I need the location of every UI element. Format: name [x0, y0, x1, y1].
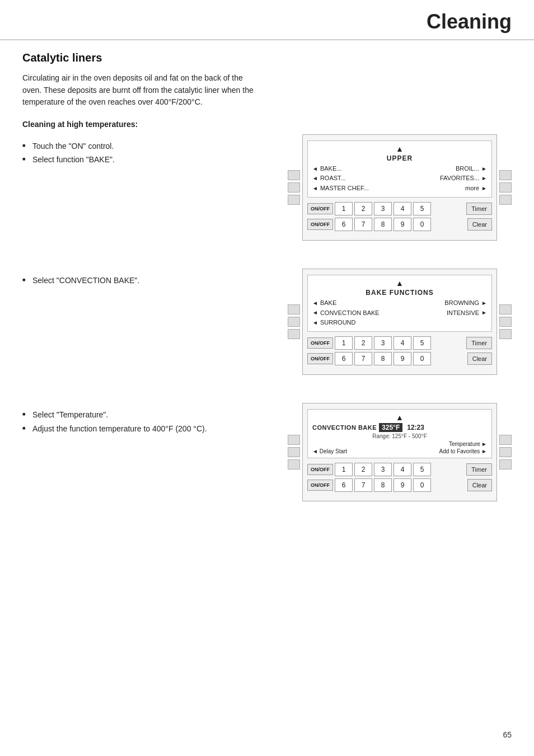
key-3-5[interactable]: 5: [413, 463, 431, 476]
up-arrow-3: ▲: [312, 413, 487, 422]
key-3-3[interactable]: 3: [374, 463, 392, 476]
key-1-5[interactable]: 5: [413, 202, 431, 215]
oven-panel-2: ▲ BAKE FUNCTIONS ◄ BAKE BROWNING ► ◄: [302, 269, 497, 375]
side-btn-left-3-2[interactable]: [288, 447, 300, 457]
step-1-row: Touch the "ON" control. Select function …: [22, 134, 512, 241]
sub-heading: Cleaning at high temperatures:: [22, 120, 512, 129]
key-3-9[interactable]: 9: [394, 478, 411, 492]
clear-key-3[interactable]: Clear: [467, 479, 492, 491]
side-btn-left-2[interactable]: [288, 182, 300, 192]
page-header: Cleaning: [0, 0, 534, 40]
key-3-2[interactable]: 2: [354, 463, 372, 476]
arrow-left-2-1: ◄: [312, 299, 318, 307]
key-2-2[interactable]: 2: [354, 336, 372, 350]
key-1-3[interactable]: 3: [374, 202, 392, 215]
row-right-2-2: INTENSIVE ►: [447, 309, 487, 317]
side-buttons-right-3: [497, 403, 512, 501]
display-row-1-1: ◄ BAKE... BROIL... ►: [312, 165, 487, 173]
arrow-right-2-1: ►: [481, 299, 487, 307]
key-3-6[interactable]: 6: [335, 478, 353, 492]
key-1-6[interactable]: 6: [335, 218, 353, 231]
step-3-panel-wrapper: ▲ CONVECTION BAKE 325°F 12:23 Range: 125…: [288, 403, 512, 501]
onoff-key-3-top[interactable]: ON/OFF: [307, 464, 333, 475]
onoff-key-3-bot[interactable]: ON/OFF: [307, 480, 333, 491]
key-1-9[interactable]: 9: [394, 218, 411, 231]
timer-key-1[interactable]: Timer: [466, 203, 492, 215]
onoff-key-1-bot[interactable]: ON/OFF: [307, 219, 333, 230]
key-3-8[interactable]: 8: [374, 478, 392, 492]
side-btn-left-3[interactable]: [288, 195, 300, 205]
key-3-7[interactable]: 7: [354, 478, 372, 492]
key-1-0[interactable]: 0: [413, 218, 431, 231]
key-1-1[interactable]: 1: [335, 202, 353, 215]
side-btn-right-2-1[interactable]: [499, 304, 512, 314]
arrow-right-2-2: ►: [481, 309, 487, 317]
onoff-key-2-top[interactable]: ON/OFF: [307, 337, 333, 349]
display-header-1: UPPER: [312, 154, 487, 162]
key-3-4[interactable]: 4: [394, 463, 411, 476]
timer-key-2[interactable]: Timer: [466, 337, 492, 349]
key-2-8[interactable]: 8: [374, 352, 392, 365]
step-3-panel-outer: ▲ CONVECTION BAKE 325°F 12:23 Range: 125…: [288, 403, 512, 501]
step-1-bullets: Touch the "ON" control. Select function …: [22, 140, 277, 166]
onoff-key-2-bot[interactable]: ON/OFF: [307, 353, 333, 364]
bullet-1-2: Select function "BAKE".: [22, 153, 277, 166]
key-2-1[interactable]: 1: [335, 336, 353, 350]
side-btn-left-1[interactable]: [288, 170, 300, 180]
add-fav-text: Add to Favorites: [439, 448, 480, 454]
key-2-6[interactable]: 6: [335, 352, 353, 365]
page-number: 65: [503, 730, 512, 739]
key-1-7[interactable]: 7: [354, 218, 372, 231]
keypad-2: ON/OFF 1 2 3 4 5 Timer ON/OFF 6 7: [303, 336, 496, 365]
side-buttons-right-2: [497, 269, 512, 375]
side-btn-left-2-1[interactable]: [288, 304, 300, 314]
row-right-1-3: more ►: [465, 184, 487, 192]
side-btn-left-2-3[interactable]: [288, 329, 300, 339]
side-btn-right-1[interactable]: [499, 170, 512, 180]
side-btn-left-3-1[interactable]: [288, 435, 300, 445]
side-btn-right-3-1[interactable]: [499, 435, 512, 445]
key-1-4[interactable]: 4: [394, 202, 411, 215]
key-2-4[interactable]: 4: [394, 336, 411, 350]
add-favorites: Add to Favorites ►: [439, 448, 488, 454]
panel-display-1: ▲ UPPER ◄ BAKE... BROIL... ► ◄: [307, 140, 492, 198]
key-1-2[interactable]: 2: [354, 202, 372, 215]
keypad-1: ON/OFF 1 2 3 4 5 Timer ON/OFF 6 7: [303, 202, 496, 231]
row-right-text-2-1: BROWNING: [444, 299, 479, 307]
key-2-0[interactable]: 0: [413, 352, 431, 365]
key-2-9[interactable]: 9: [394, 352, 411, 365]
side-btn-right-3-3[interactable]: [499, 459, 512, 469]
conv-range: Range: 125°F - 500°F: [312, 433, 487, 439]
step-3-left: Select "Temperature". Adjust the functio…: [22, 403, 277, 440]
key-2-3[interactable]: 3: [374, 336, 392, 350]
side-btn-left-3-3[interactable]: [288, 459, 300, 469]
row-left-text-1-1: BAKE...: [320, 165, 342, 173]
keypad-row-3-bot: ON/OFF 6 7 8 9 0 Clear: [307, 478, 492, 492]
key-3-1[interactable]: 1: [335, 463, 353, 476]
display-header-2: BAKE FUNCTIONS: [312, 289, 487, 297]
side-btn-right-3[interactable]: [499, 195, 512, 205]
clear-key-1[interactable]: Clear: [467, 218, 492, 231]
side-btn-right-3-2[interactable]: [499, 447, 512, 457]
side-buttons-left-3: [288, 403, 302, 501]
clear-key-2[interactable]: Clear: [467, 353, 492, 365]
key-2-7[interactable]: 7: [354, 352, 372, 365]
key-1-8[interactable]: 8: [374, 218, 392, 231]
key-3-0[interactable]: 0: [413, 478, 431, 492]
conv-time-display: 12:23: [407, 424, 424, 431]
step-1-panel-wrapper: ▲ UPPER ◄ BAKE... BROIL... ► ◄: [288, 134, 512, 241]
side-btn-right-2-3[interactable]: [499, 329, 512, 339]
side-buttons-left-2: [288, 269, 302, 375]
temp-option-text: Temperature: [449, 441, 480, 447]
keypad-row-1-top: ON/OFF 1 2 3 4 5 Timer: [307, 202, 492, 215]
side-btn-right-2-2[interactable]: [499, 317, 512, 327]
side-btn-left-2-2[interactable]: [288, 317, 300, 327]
timer-key-3[interactable]: Timer: [466, 463, 492, 476]
key-2-5[interactable]: 5: [413, 336, 431, 350]
side-btn-right-2[interactable]: [499, 182, 512, 192]
body-text: Circulating air in the oven deposits oil…: [22, 72, 257, 109]
side-buttons-left-1: [288, 134, 302, 241]
onoff-key-1-top[interactable]: ON/OFF: [307, 203, 333, 214]
step-2-panel-outer: ▲ BAKE FUNCTIONS ◄ BAKE BROWNING ► ◄: [288, 269, 512, 375]
page-title: Cleaning: [22, 10, 512, 34]
